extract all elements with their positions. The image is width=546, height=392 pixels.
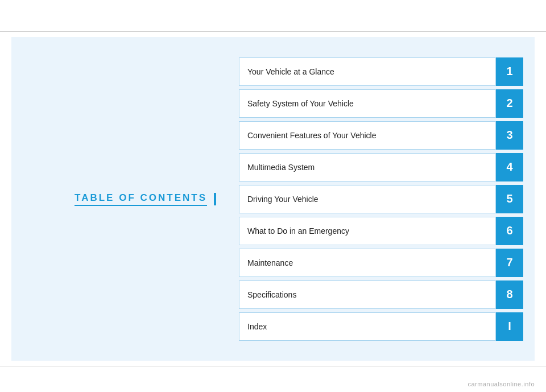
toc-label-8: Specifications <box>239 280 496 309</box>
toc-label-2: Safety System of Your Vehicle <box>239 89 496 118</box>
bottom-divider <box>0 366 546 366</box>
toc-number-8: 8 <box>496 280 523 309</box>
toc-label-6: What to Do in an Emergency <box>239 217 496 245</box>
toc-title-wrapper: TABLE OF CONTENTS <box>75 192 216 206</box>
toc-row[interactable]: Safety System of Your Vehicle2 <box>239 89 523 118</box>
toc-title-text: TABLE OF CONTENTS <box>75 192 207 206</box>
left-panel: TABLE OF CONTENTS <box>11 37 239 361</box>
toc-number-6: 6 <box>496 217 523 245</box>
toc-number-2: 2 <box>496 89 523 118</box>
toc-label-3: Convenient Features of Your Vehicle <box>239 121 496 150</box>
toc-label-7: Maintenance <box>239 249 496 277</box>
toc-title-bar <box>214 193 216 205</box>
toc-label-4: Multimedia System <box>239 153 496 181</box>
toc-row[interactable]: Multimedia System4 <box>239 153 523 181</box>
toc-row[interactable]: Maintenance7 <box>239 249 523 277</box>
watermark-text: carmanualsonline.info <box>468 381 535 387</box>
toc-row[interactable]: Driving Your Vehicle5 <box>239 185 523 213</box>
toc-title: TABLE OF CONTENTS <box>75 192 216 206</box>
watermark: carmanualsonline.info <box>468 381 535 387</box>
main-container: TABLE OF CONTENTS Your Vehicle at a Glan… <box>11 37 535 361</box>
top-divider <box>0 31 546 32</box>
toc-label-5: Driving Your Vehicle <box>239 185 496 213</box>
toc-row[interactable]: IndexI <box>239 312 523 341</box>
right-panel: Your Vehicle at a Glance1Safety System o… <box>239 37 535 361</box>
toc-label-9: Index <box>239 312 496 341</box>
toc-row[interactable]: What to Do in an Emergency6 <box>239 217 523 245</box>
toc-number-9: I <box>496 312 523 341</box>
toc-row[interactable]: Specifications8 <box>239 280 523 309</box>
toc-row[interactable]: Convenient Features of Your Vehicle3 <box>239 121 523 150</box>
toc-number-1: 1 <box>496 57 523 86</box>
toc-number-4: 4 <box>496 153 523 181</box>
toc-number-3: 3 <box>496 121 523 150</box>
toc-number-7: 7 <box>496 249 523 277</box>
toc-label-1: Your Vehicle at a Glance <box>239 57 496 86</box>
toc-row[interactable]: Your Vehicle at a Glance1 <box>239 57 523 86</box>
toc-number-5: 5 <box>496 185 523 213</box>
